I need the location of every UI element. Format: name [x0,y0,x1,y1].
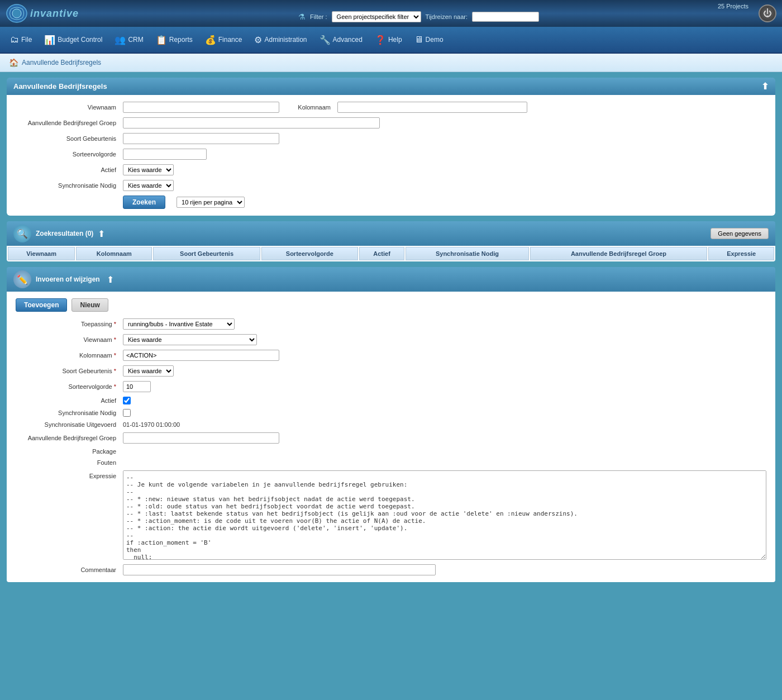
col-expressie[interactable]: Expressie [708,247,774,260]
results-collapse-icon[interactable]: ⬆ [98,228,105,239]
col-aanvullende-groep[interactable]: Aanvullende Bedrijfsregel Groep [530,247,708,260]
finance-icon: 💰 [205,35,216,45]
invoer-expressie-textarea[interactable]: -- -- Je kunt de volgende variabelen in … [123,470,766,560]
invoer-synchronisatie-checkbox[interactable] [123,409,131,417]
file-icon: 🗂 [10,35,19,45]
search-row-7: Zoeken 10 rijen per pagina [16,196,766,209]
synchronisatie-search-select[interactable]: Kies waarde [123,180,174,191]
search-row-6: Synchronisatie Nodig Kies waarde [16,180,766,191]
invoer-soort-select[interactable]: Kies waarde [123,365,174,377]
col-viewnaam[interactable]: Viewnaam [8,247,75,260]
search-panel-body: Viewnaam Kolomnaam Aanvullende Bedrijfsr… [7,95,775,216]
search-row-1: Viewnaam Kolomnaam [16,102,766,113]
nav-label-demo: Demo [426,36,444,44]
reports-icon: 📋 [156,35,167,45]
invoer-package-label: Package [16,448,116,455]
administration-icon: ⚙ [254,35,262,45]
nav-label-reports: Reports [169,36,193,44]
toevoegen-button[interactable]: Toevoegen [16,298,67,312]
sorteervolgorde-required-marker: * [114,383,116,390]
tijdreizen-input[interactable] [472,12,539,22]
invoer-row-viewnaam: Viewnaam * Kies waarde [16,334,766,345]
invoer-title: Invoeren of wijzigen [36,275,100,283]
col-kolomnaam[interactable]: Kolomnaam [76,247,152,260]
logo-icon [6,3,28,23]
invoer-actief-checkbox[interactable] [123,397,131,404]
nav-item-advanced[interactable]: 🔧 Advanced [314,31,368,49]
viewnaam-label: Viewnaam [16,104,116,111]
nav-item-file[interactable]: 🗂 File [4,31,37,48]
soort-search-input[interactable] [123,133,279,144]
breadcrumb-text: Aanvullende Bedrijfsregels [22,59,101,66]
rows-per-page-select[interactable]: 10 rijen per pagina [177,197,245,208]
sorteervolgorde-search-input[interactable] [123,149,207,160]
nav-label-budget-control: Budget Control [58,36,102,44]
synchronisatie-search-label: Synchronisatie Nodig [16,182,116,189]
nav-item-crm[interactable]: 👥 CRM [109,31,149,49]
invoer-row-sync-uitgevoerd: Synchronisatie Uitgevoerd 01-01-1970 01:… [16,421,766,428]
col-actief[interactable]: Actief [359,247,405,260]
nav-label-finance: Finance [218,36,242,44]
svg-point-1 [12,9,21,18]
filter-select[interactable]: Geen projectspecifiek filter [332,11,421,22]
invoer-row-expressie: Expressie -- -- Je kunt de volgende vari… [16,470,766,560]
invoer-buttons: Toevoegen Nieuw [16,298,766,312]
sorteervolgorde-search-label: Sorteervolgorde [16,151,116,158]
nav-bar: 🗂 File 📊 Budget Control 👥 CRM 📋 Reports … [0,27,782,54]
invoer-sorteervolgorde-input[interactable] [123,381,151,392]
kolomnaam-search-input[interactable] [337,102,527,113]
nav-item-administration[interactable]: ⚙ Administration [249,31,312,49]
invoer-row-kolomnaam: Kolomnaam * [16,350,766,361]
actief-search-select[interactable]: Kies waarde [123,164,174,175]
nav-label-administration: Administration [264,36,307,44]
invoer-aanvullende-groep-label: Aanvullende Bedrijfsregel Groep [16,435,116,441]
search-form: Viewnaam Kolomnaam Aanvullende Bedrijfsr… [16,102,766,209]
results-icon: 🔍 [13,225,31,242]
invoer-sorteervolgorde-label: Sorteervolgorde * [16,383,116,390]
search-panel-title: Aanvullende Bedrijfsregels [13,82,107,91]
invoer-kolomnaam-input[interactable] [123,350,279,361]
invoer-commentaar-input[interactable] [123,564,436,575]
col-synchronisatie[interactable]: Synchronisatie Nodig [406,247,528,260]
nieuw-button[interactable]: Nieuw [71,298,108,312]
invoer-synchronisatie-label: Synchronisatie Nodig [16,409,116,416]
filter-icon: ⚗ [298,12,306,21]
aanvullende-groep-search-input[interactable] [123,117,380,128]
invoer-viewnaam-select[interactable]: Kies waarde [123,334,257,345]
breadcrumb: 🏠 Aanvullende Bedrijfsregels [0,54,782,72]
viewnaam-required-marker: * [114,336,116,343]
nav-label-advanced: Advanced [333,36,363,44]
nav-item-budget-control[interactable]: 📊 Budget Control [39,31,108,49]
results-table: Viewnaam Kolomnaam Soort Gebeurtenis Sor… [7,246,775,261]
invoer-fouten-label: Fouten [16,459,116,466]
nav-label-crm: CRM [128,36,143,44]
search-row-4: Sorteervolgorde [16,149,766,160]
invoer-row-commentaar: Commentaar [16,564,766,575]
kolomnaam-required-marker: * [114,352,116,359]
zoeken-button[interactable]: Zoeken [123,196,165,209]
invoer-aanvullende-groep-input[interactable] [123,432,279,444]
soort-required-marker: * [114,368,116,374]
nav-label-help: Help [388,36,402,44]
viewnaam-search-input[interactable] [123,102,279,113]
col-sorteervolgorde[interactable]: Sorteervolgorde [261,247,358,260]
filter-label: Filter : [310,13,327,20]
toepassing-select[interactable]: running/bubs - Invantive Estate [123,318,235,330]
geen-gegevens-button[interactable]: Geen gegevens [711,228,769,239]
breadcrumb-home-icon: 🏠 [9,58,18,67]
invoer-collapse-icon[interactable]: ⬆ [107,274,114,285]
nav-item-reports[interactable]: 📋 Reports [150,31,198,49]
invoer-body: Toevoegen Nieuw Toepassing * running/bub… [7,292,775,582]
nav-item-help[interactable]: ❓ Help [369,31,408,49]
col-soort-gebeurtenis[interactable]: Soort Gebeurtenis [153,247,260,260]
search-collapse-icon[interactable]: ⬆ [761,81,769,92]
invoer-kolomnaam-label: Kolomnaam * [16,352,116,359]
invoer-expressie-label: Expressie [16,473,116,479]
nav-item-finance[interactable]: 💰 Finance [199,31,248,49]
nav-item-demo[interactable]: 🖥 Demo [409,31,449,48]
invoer-row-aanvullende-groep: Aanvullende Bedrijfsregel Groep [16,432,766,444]
aanvullende-groep-search-label: Aanvullende Bedrijfsregel Groep [16,120,116,126]
power-button[interactable]: ⏻ [759,4,776,22]
invoer-section: ✏️ Invoeren of wijzigen ⬆ Toevoegen Nieu… [7,267,775,582]
actief-search-label: Actief [16,166,116,173]
